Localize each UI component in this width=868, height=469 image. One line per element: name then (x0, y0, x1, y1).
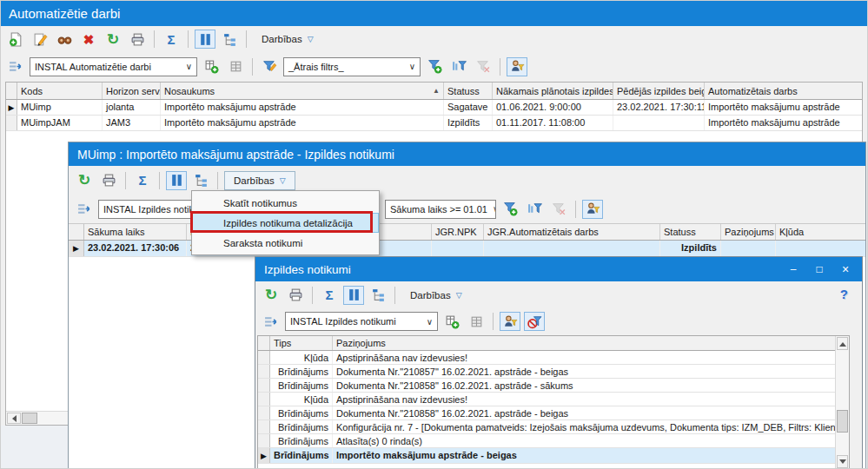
add-filter-button[interactable] (424, 57, 445, 76)
row-indicator-header (69, 224, 84, 240)
table-row[interactable]: Brīdinājums Dokumenta Nr."210858" 16.02.… (258, 406, 835, 420)
menu-item-saraksta-notikumi[interactable]: Saraksta notikumi (192, 233, 379, 253)
menu-item-skatit-notikumus[interactable]: Skatīt notikumus (192, 193, 379, 213)
sum-button[interactable]: Σ (161, 30, 182, 49)
table-row[interactable]: Brīdinājums Konfigurācija nr. 7 - [Dokum… (258, 420, 835, 434)
actions-menu-button[interactable]: Darbības ▽ (253, 30, 322, 49)
table-row[interactable]: Kļūda Apstiprināšana nav izdevusies! (258, 351, 835, 365)
user-filter-button[interactable] (507, 57, 527, 76)
columns-view-button[interactable] (166, 171, 187, 190)
maximize-button[interactable]: □ (806, 260, 832, 279)
columns-view-button[interactable] (195, 30, 215, 49)
vertical-scrollbar[interactable] (835, 336, 849, 469)
refresh-button[interactable]: ↻ (74, 171, 95, 190)
print-button[interactable] (98, 171, 119, 190)
user-filter-button[interactable] (500, 312, 520, 331)
clear-filter-red-button[interactable] (524, 312, 545, 331)
table-row-selected[interactable]: ▶ Brīdinājums Importēto maksājumu apstrā… (258, 448, 835, 464)
row-indicator-header (6, 83, 17, 99)
table-row[interactable]: ▶ MUimp jolanta Importēto maksājumu apst… (6, 100, 862, 116)
actions-menu-button[interactable]: Darbības ▽ (401, 286, 471, 305)
tree-view-button[interactable] (219, 30, 240, 49)
scroll-left-button[interactable] (7, 413, 21, 424)
column-header-kods[interactable]: Kods (17, 83, 103, 99)
copy-view-button[interactable] (466, 312, 487, 331)
quick-filter-combo[interactable]: Sākuma laiks >= 01.01 ∨ (385, 200, 496, 219)
row-indicator (258, 420, 270, 433)
refresh-button[interactable]: ↻ (103, 30, 123, 49)
copy-view-button[interactable] (225, 57, 246, 76)
table-row[interactable]: Brīdinājums Dokumenta Nr."210857" 16.02.… (258, 365, 835, 379)
column-header-nosaukums[interactable]: Nosaukums▲ (161, 83, 444, 99)
clear-filter-button[interactable] (548, 200, 569, 219)
column-header-kluda[interactable]: Kļūda (776, 224, 865, 240)
new-record-button[interactable] (5, 30, 26, 49)
row-marker-icon: ▶ (73, 244, 79, 253)
close-button[interactable]: × (832, 260, 858, 279)
print-button[interactable] (127, 30, 148, 49)
tree-view-button[interactable] (190, 171, 211, 190)
column-header-horizon-serveris[interactable]: Horizon serv... (103, 83, 161, 99)
sum-button[interactable]: Σ (132, 171, 153, 190)
help-button[interactable]: ? (840, 287, 848, 301)
toolbar-separator (188, 30, 189, 48)
column-header-statuss[interactable]: Statuss (444, 83, 493, 99)
columns-view-button[interactable] (343, 286, 364, 305)
window-controls: – □ × (780, 260, 858, 279)
sum-button[interactable]: Σ (319, 286, 340, 305)
column-header-sakuma-laiks[interactable]: Sākuma laiks (84, 224, 187, 240)
actions-dropdown-menu: Skatīt notikumus Izpildes notikuma detal… (191, 190, 380, 255)
view-selector-icon[interactable] (261, 312, 282, 331)
column-header-jgr-automatizetais-darbs[interactable]: JGR.Automatizētais darbs (484, 224, 660, 240)
table-row[interactable]: Brīdinājums Atlasīta(s) 0 rinda(s) (258, 434, 835, 448)
window1-toolbar: ✖ ↻ Σ Darbības ▽ (0, 26, 868, 52)
user-filter-button[interactable] (582, 200, 603, 219)
clear-filter-button[interactable] (473, 57, 494, 76)
combo-arrow-icon: ∨ (493, 204, 496, 214)
actions-menu-button[interactable]: Darbības ▽ (224, 171, 295, 190)
view-combo[interactable]: INSTAL Automatizētie darbi ∨ (30, 57, 197, 76)
column-header-statuss[interactable]: Statuss (660, 224, 721, 240)
table-row-selected[interactable]: ▶ 23.02.2021. 17:30:06 23 Izpildīts (69, 241, 865, 257)
column-header-pedejas-izpildes[interactable]: Pēdējās izpildes beigu... (613, 83, 705, 99)
tree-view-button[interactable] (368, 286, 388, 305)
column-header-automatizetais-darbs[interactable]: Automatizētais darbs (705, 83, 862, 99)
combo-arrow-icon: ∨ (409, 62, 415, 71)
filter-sort-button[interactable] (524, 200, 545, 219)
add-view-button[interactable] (201, 57, 222, 76)
filter-sort-button[interactable] (448, 57, 469, 76)
view-selector-icon[interactable] (5, 57, 26, 76)
scroll-down-button[interactable] (837, 455, 848, 468)
quick-filter-combo[interactable]: _Ātrais filtrs_ ∨ (283, 57, 421, 76)
column-header-pazinojums[interactable]: Paziņojums (333, 336, 835, 350)
add-view-button[interactable] (441, 312, 462, 331)
column-header-pazinojums[interactable]: Paziņojums (721, 224, 776, 240)
column-header-jgr-npk[interactable]: JGR.NPK (432, 224, 484, 240)
row-indicator: ▶ (6, 100, 17, 115)
edit-button[interactable] (30, 30, 50, 49)
row-indicator: ▶ (69, 241, 84, 256)
column-header-nakamais-planotais[interactable]: Nākamais plānotais izpildes l... (493, 83, 613, 99)
minimize-button[interactable]: – (780, 260, 806, 279)
column-header-tips[interactable]: Tips (270, 336, 333, 350)
delete-button[interactable]: ✖ (78, 30, 99, 49)
table-row[interactable]: Kļūda Apstiprināšana nav izdevusies! (258, 393, 835, 406)
row-indicator (258, 393, 270, 406)
table-row[interactable]: Brīdinājums Dokumenta Nr."210858" 16.02.… (258, 379, 835, 393)
print-button[interactable] (285, 286, 306, 305)
scrollbar-thumb[interactable] (22, 413, 37, 424)
view-selector-icon[interactable] (74, 200, 95, 219)
edit-filter-button[interactable] (259, 57, 280, 76)
find-binoculars-button[interactable] (54, 30, 75, 49)
refresh-button[interactable]: ↻ (261, 286, 282, 305)
add-filter-button[interactable] (500, 200, 520, 219)
table-row[interactable]: MUimpJAM JAM3 Importēto maksājumu apstrā… (6, 116, 862, 131)
row-indicator (258, 351, 270, 364)
toolbar-separator (493, 313, 494, 330)
view-combo[interactable]: INSTAL Izpildes notikumi ∨ (285, 312, 438, 331)
up-arrow-icon (839, 339, 846, 347)
scrollbar-thumb[interactable] (837, 410, 848, 433)
menu-item-izpildes-notikuma-detalizacija[interactable]: Izpildes notikuma detalizācija (192, 213, 379, 233)
scroll-up-button[interactable] (837, 337, 848, 350)
combo-arrow-icon: ∨ (427, 317, 433, 327)
